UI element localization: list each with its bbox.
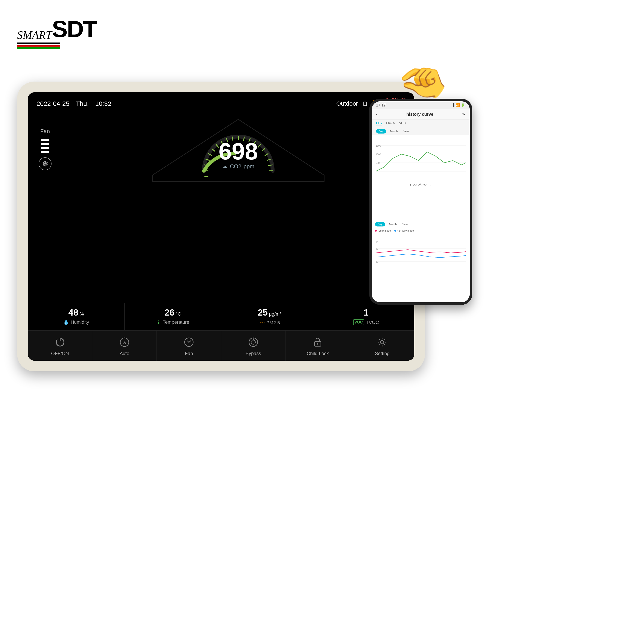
co2-value: 698	[219, 140, 258, 163]
pm25-unit: μg/m³	[269, 311, 281, 317]
svg-text:1500: 1500	[376, 144, 381, 147]
next-date-icon[interactable]: ›	[430, 182, 432, 187]
humidity-label-row: 💧 Humidity	[63, 319, 89, 325]
fan-btn-icon: ✳	[182, 336, 195, 349]
flag-black	[17, 43, 60, 44]
center-gauge-area: 698 ☁ CO2 ppm	[62, 115, 414, 303]
outdoor-label: Outdoor	[336, 100, 358, 107]
fan-label: Fan	[40, 128, 50, 135]
off-on-label: OFF/ON	[51, 351, 69, 356]
phone-tab-co2[interactable]: CO₂	[376, 121, 382, 126]
humidity-stat: 48 % 💧 Humidity	[28, 303, 125, 330]
temp-label: Temperature	[163, 319, 189, 325]
tvoc-label-row: VOC TVOC	[353, 319, 379, 325]
phone-tabs: CO₂ Pm2.5 VOC	[372, 120, 470, 128]
fan-bar-1	[41, 139, 49, 141]
top-left-info: 2022-04-25 Thu. 10:32	[36, 100, 111, 107]
svg-line-0	[204, 176, 208, 177]
day-display: Thu.	[76, 100, 89, 107]
svg-text:500: 500	[376, 162, 380, 164]
setting-icon	[376, 336, 389, 349]
pm25-label: PM2.5	[266, 320, 280, 326]
tablet-device: 2022-04-25 Thu. 10:32 Outdoor 🗋 📶 🌡 19 °…	[17, 82, 425, 371]
phone-tab-pm25[interactable]: Pm2.5	[386, 121, 395, 126]
prev-date-icon[interactable]: ‹	[410, 182, 411, 187]
setting-button[interactable]: Setting	[350, 331, 414, 361]
fan-bar-3	[41, 147, 49, 149]
svg-line-38	[379, 339, 380, 340]
power-icon	[54, 336, 67, 349]
time-display: 10:32	[95, 100, 111, 107]
logo: SMART SDT	[17, 17, 103, 52]
phone-screen: 17:17 ▐ 📶 🔋 ‹ history curve ✎ CO₂ Pm2.5 …	[372, 101, 470, 302]
svg-point-27	[251, 340, 255, 344]
top-bar: 2022-04-25 Thu. 10:32 Outdoor 🗋 📶 🌡 19 °…	[28, 92, 414, 115]
auto-button[interactable]: A Auto	[92, 331, 157, 361]
child-lock-label: Child Lock	[307, 351, 329, 356]
temp-value: 26	[164, 307, 175, 318]
svg-text:A: A	[123, 339, 126, 345]
co2-unit: ppm	[243, 163, 254, 170]
temperature-stat: 26 °C 🌡 Temperature	[125, 303, 221, 330]
fan-btn-label: Fan	[185, 351, 193, 356]
phone-signal-icon: ▐	[452, 103, 454, 108]
bottom-period-year[interactable]: Year	[401, 222, 410, 226]
co2-chart: 0 500 1000 1500	[375, 137, 466, 180]
main-content: Fan ❃	[28, 115, 414, 303]
fan-bars	[41, 139, 49, 153]
svg-text:0: 0	[376, 170, 377, 173]
bottom-period-month[interactable]: Month	[387, 222, 398, 226]
svg-line-41	[379, 344, 380, 345]
phone-back-icon[interactable]: ‹	[376, 112, 378, 117]
fan-button[interactable]: ✳ Fan	[157, 331, 221, 361]
tvoc-value-row: 1	[364, 307, 369, 318]
svg-line-40	[384, 339, 385, 340]
bypass-button[interactable]: Bypass	[221, 331, 286, 361]
phone-wifi-icon: 📶	[456, 103, 460, 108]
phone-status-bar: 17:17 ▐ 📶 🔋	[372, 101, 470, 109]
humidity-label: Humidity	[71, 319, 89, 325]
pm25-icon: 〰	[259, 319, 264, 326]
svg-line-39	[384, 344, 385, 345]
flag-red	[17, 45, 60, 47]
bypass-icon	[247, 336, 260, 349]
period-year[interactable]: Year	[402, 129, 411, 134]
logo-smart: SMART	[17, 30, 52, 41]
flag-green	[17, 47, 60, 49]
phone-header: ‹ history curve ✎	[372, 109, 470, 120]
co2-cloud-icon: ☁	[222, 163, 228, 170]
off-on-button[interactable]: OFF/ON	[28, 331, 92, 361]
svg-text:✳: ✳	[186, 339, 191, 345]
fan-panel: Fan ❃	[28, 115, 62, 303]
humidity-value: 48	[68, 307, 78, 318]
tvoc-value: 1	[364, 307, 369, 318]
phone-legend: Temp Indoor Humidity Indoor	[372, 228, 470, 234]
svg-text:20: 20	[376, 261, 378, 263]
setting-label: Setting	[375, 351, 390, 356]
gauge-value-display: 698 ☁ CO2 ppm	[219, 140, 258, 170]
phone-chart-top: 0 500 1000 1500 ‹ 2022/02/22 ›	[372, 135, 470, 221]
period-day[interactable]: Day	[376, 129, 386, 134]
svg-text:40: 40	[376, 248, 378, 250]
bottom-period-day[interactable]: Day	[375, 222, 385, 226]
fan-icon[interactable]: ❃	[39, 157, 52, 170]
phone-edit-icon[interactable]: ✎	[462, 112, 465, 117]
fan-bar-2	[41, 143, 49, 145]
temp-icon: 🌡	[156, 319, 161, 325]
legend-humidity: Humidity Indoor	[394, 229, 415, 232]
svg-point-33	[380, 340, 384, 344]
phone-status-icons: ▐ 📶 🔋	[452, 103, 465, 108]
tvoc-label: TVOC	[366, 320, 379, 325]
bottom-period-tabs: Day Month Year	[372, 221, 470, 228]
period-month[interactable]: Month	[388, 129, 399, 134]
svg-text:60: 60	[376, 241, 378, 244]
phone-device: 17:17 ▐ 📶 🔋 ‹ history curve ✎ CO₂ Pm2.5 …	[369, 99, 472, 305]
temp-value-row: 26 °C	[164, 307, 181, 318]
svg-point-29	[253, 339, 254, 340]
tvoc-stat: 1 VOC TVOC	[318, 303, 414, 330]
phone-bottom-section: Day Month Year Temp Indoor Humidity Indo…	[372, 221, 470, 302]
child-lock-button[interactable]: Child Lock	[286, 331, 350, 361]
copy-icon: 🗋	[362, 100, 368, 107]
phone-tab-voc[interactable]: VOC	[399, 121, 406, 126]
gauge-container: 698 ☁ CO2 ppm	[195, 122, 281, 182]
